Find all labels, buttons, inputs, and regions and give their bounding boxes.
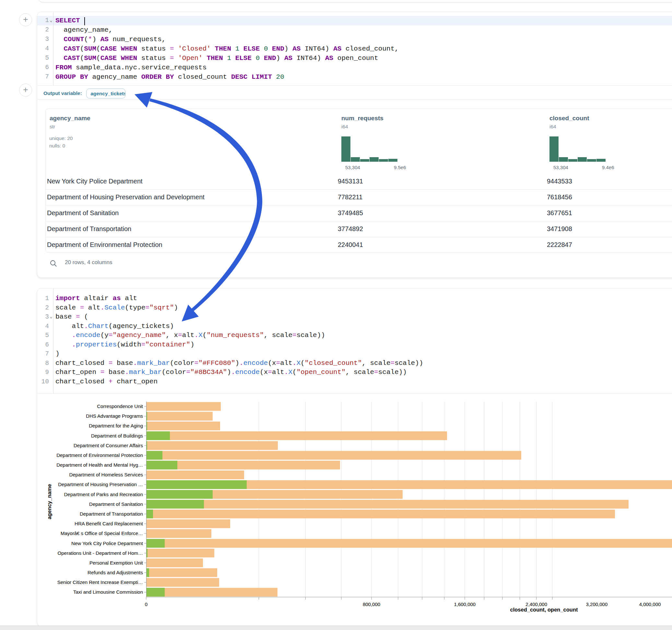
- svg-text:3,200,000: 3,200,000: [586, 602, 608, 607]
- svg-text:Department of Health and Menta: Department of Health and Mental Hyg…: [56, 462, 143, 468]
- svg-text:0: 0: [145, 602, 147, 607]
- svg-text:Department of Environmental Pr: Department of Environmental Protection: [56, 453, 143, 458]
- svg-text:Department for the Aging: Department for the Aging: [89, 423, 143, 429]
- svg-text:800,000: 800,000: [363, 602, 380, 607]
- svg-text:Department of Sanitation: Department of Sanitation: [89, 501, 143, 507]
- svg-text:Department of Buildings: Department of Buildings: [91, 433, 143, 438]
- svg-text:Operations Unit - Department o: Operations Unit - Department of Hom…: [58, 550, 143, 556]
- svg-text:Senior Citizen Rent Increase E: Senior Citizen Rent Increase Exempti…: [57, 579, 143, 585]
- svg-text:1,600,000: 1,600,000: [454, 602, 476, 607]
- svg-text:Department of Housing Preserva: Department of Housing Preservation …: [58, 482, 143, 487]
- svg-text:Department of Parks and Recrea: Department of Parks and Recreation: [64, 492, 143, 497]
- svg-text:Mayorâ€ s Office of Special En: Mayorâ€ s Office of Special Enforce…: [61, 531, 143, 536]
- svg-text:2,400,000: 2,400,000: [526, 602, 547, 607]
- svg-text:Taxi and Limousine Commission: Taxi and Limousine Commission: [73, 589, 143, 595]
- svg-text:4,000,000: 4,000,000: [639, 602, 661, 607]
- svg-text:agency_name: agency_name: [46, 484, 52, 519]
- svg-text:HRA Benefit Card Replacement: HRA Benefit Card Replacement: [75, 521, 143, 526]
- svg-text:Refunds and Adjustments: Refunds and Adjustments: [88, 570, 143, 575]
- svg-text:Department of Consumer Affairs: Department of Consumer Affairs: [74, 443, 143, 448]
- svg-text:Correspondence Unit: Correspondence Unit: [97, 404, 143, 409]
- svg-text:Department of Homeless Service: Department of Homeless Services: [69, 472, 143, 477]
- svg-text:closed_count, open_count: closed_count, open_count: [510, 607, 578, 612]
- svg-text:Department of Transportation: Department of Transportation: [80, 511, 143, 516]
- svg-text:New York City Police Departmen: New York City Police Department: [71, 540, 143, 546]
- svg-text:DHS Advantage Programs: DHS Advantage Programs: [86, 413, 143, 419]
- svg-text:Personal Exemption Unit: Personal Exemption Unit: [90, 560, 143, 565]
